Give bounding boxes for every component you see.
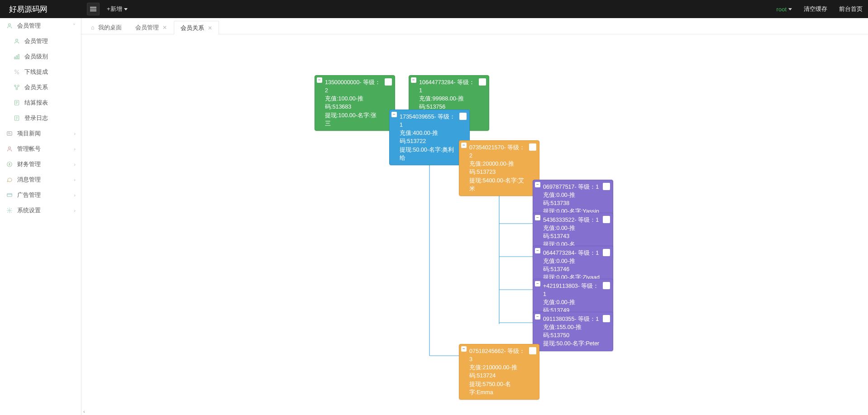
admin-icon (6, 146, 13, 152)
tab-0[interactable]: ⌂我的桌面 (84, 20, 129, 34)
add-new-button[interactable]: +新增 (107, 5, 128, 13)
collapse-icon[interactable]: − (317, 77, 322, 83)
tab-label: 会员管理 (135, 24, 159, 32)
node-checkbox[interactable] (479, 78, 486, 86)
user-name-label: root (777, 6, 787, 13)
ads-icon (6, 192, 13, 198)
collapse-icon[interactable]: − (535, 314, 540, 320)
node-line-0: 0911380355- 等级：1 (543, 315, 600, 323)
tab-label: 我的桌面 (98, 24, 122, 32)
sidebar-toggle-button[interactable] (87, 3, 100, 15)
sidebar-item-1[interactable]: 项目新闻› (0, 126, 81, 141)
collapse-icon[interactable]: − (535, 248, 540, 253)
tab-label: 会员关系 (181, 24, 204, 32)
tree-canvas: −13500000000- 等级：2充值:100.00-推码:513683提现:… (81, 34, 715, 396)
topbar: 好易源码网 +新增 root 清空缓存 前台首页 (0, 0, 868, 18)
sidebar: 会员管理˅会员管理会员级别下线提成会员关系结算报表登录日志项目新闻›管理帐号›财… (0, 18, 81, 415)
collapse-icon[interactable]: − (535, 215, 540, 220)
add-new-label: +新增 (107, 5, 122, 13)
sidebar-item-label: 登录日志 (24, 114, 48, 122)
sidebar-subitem-0-3[interactable]: 会员关系 (0, 80, 81, 95)
chevron-right-icon: › (74, 131, 76, 136)
chevron-right-icon: › (74, 162, 76, 167)
sidebar-item-label: 管理帐号 (17, 145, 41, 153)
sidebar-item-label: 结算报表 (24, 99, 48, 107)
node-line-0: 0644773284- 等级：1 (543, 249, 600, 257)
collapse-icon[interactable]: − (391, 112, 397, 117)
home-icon: ⌂ (91, 24, 95, 31)
svg-line-7 (15, 70, 19, 74)
clear-cache-button[interactable]: 清空缓存 (804, 5, 827, 13)
close-icon[interactable]: ✕ (208, 25, 212, 31)
tree-node[interactable]: −07354021570- 等级：2充值:20000.00-推码:513723提… (459, 140, 539, 196)
user-icon (14, 38, 20, 44)
svg-point-9 (18, 85, 19, 87)
node-line-1: 充值:20000.00-推码:513723 (469, 160, 526, 176)
node-line-1: 充值:99988.00-推码:513756 (419, 95, 476, 111)
sidebar-item-6[interactable]: 系统设置› (0, 203, 81, 218)
node-checkbox[interactable] (459, 113, 467, 120)
sidebar-item-label: 系统设置 (17, 206, 41, 215)
node-line-1: 充值:0.00-推码:513743 (543, 224, 600, 240)
node-checkbox[interactable] (603, 249, 610, 256)
node-checkbox[interactable] (529, 347, 536, 354)
sidebar-item-4[interactable]: 消息管理› (0, 172, 81, 187)
node-line-1: 充值:400.00-推码:513722 (400, 129, 457, 145)
sidebar-item-label: 会员管理 (17, 22, 41, 30)
caret-down-icon (788, 8, 792, 10)
chevron-right-icon: › (74, 192, 76, 198)
front-home-button[interactable]: 前台首页 (839, 5, 863, 13)
chevron-right-icon: › (74, 146, 76, 152)
tree-canvas-scroll[interactable]: −13500000000- 等级：2充值:100.00-推码:513683提现:… (81, 34, 868, 415)
sidebar-item-2[interactable]: 管理帐号› (0, 141, 81, 157)
sidebar-item-label: 广告管理 (17, 191, 41, 199)
sidebar-subitem-0-2[interactable]: 下线提成 (0, 64, 81, 80)
tree-node[interactable]: −17354039655- 等级：1充值:400.00-推码:513722提现:… (389, 110, 470, 165)
tree-node[interactable]: −0911380355- 等级：1充值:155.00-推码:513750提现:5… (533, 312, 613, 351)
gear-icon (6, 207, 13, 214)
user-icon (6, 23, 13, 29)
collapse-icon[interactable]: − (535, 182, 540, 187)
user-menu[interactable]: root (777, 6, 792, 13)
main-area: ⌂我的桌面会员管理✕会员关系✕ −13500000000- 等级：2充值:100… (81, 18, 868, 415)
sidebar-item-3[interactable]: 财务管理› (0, 157, 81, 172)
sidebar-item-0[interactable]: 会员管理˅ (0, 18, 81, 33)
node-line-1: 充值:100.00-推码:513683 (325, 95, 382, 111)
collapse-icon[interactable]: − (535, 281, 540, 286)
sidebar-subitem-0-4[interactable]: 结算报表 (0, 95, 81, 110)
node-line-0: 07518245662- 等级：3 (469, 347, 526, 363)
sidebar-subitem-0-5[interactable]: 登录日志 (0, 110, 81, 126)
node-line-2: 提现:50.00-名字:奥利给 (400, 146, 457, 162)
tab-2[interactable]: 会员关系✕ (174, 21, 219, 34)
tree-node[interactable]: −13500000000- 等级：2充值:100.00-推码:513683提现:… (315, 75, 395, 131)
svg-rect-4 (18, 54, 19, 59)
chevron-right-icon: › (74, 208, 76, 213)
node-checkbox[interactable] (603, 315, 610, 322)
collapse-icon[interactable]: − (461, 143, 467, 148)
node-line-0: +4219113803- 等级：1 (543, 282, 600, 298)
svg-point-5 (14, 70, 16, 72)
finance-icon (6, 161, 13, 167)
svg-point-0 (9, 24, 11, 26)
sidebar-item-5[interactable]: 广告管理› (0, 187, 81, 203)
node-line-0: 5436333522- 等级：1 (543, 216, 600, 224)
node-checkbox[interactable] (385, 78, 392, 86)
levels-icon (14, 53, 20, 60)
tree-connectors (81, 34, 715, 396)
sidebar-subitem-0-1[interactable]: 会员级别 (0, 49, 81, 64)
node-line-1: 充值:0.00-推码:513746 (543, 257, 600, 273)
chevron-right-icon: › (74, 177, 76, 182)
node-checkbox[interactable] (603, 282, 610, 289)
tree-node[interactable]: −07518245662- 等级：3充值:210000.00-推码:513724… (459, 344, 539, 400)
close-icon[interactable]: ✕ (162, 24, 167, 31)
node-checkbox[interactable] (603, 183, 610, 190)
percent-icon (14, 69, 20, 75)
collapse-icon[interactable]: − (461, 346, 467, 352)
chevron-down-icon: ˅ (73, 23, 76, 29)
log-icon (14, 115, 20, 121)
tab-1[interactable]: 会员管理✕ (129, 20, 174, 34)
node-checkbox[interactable] (529, 143, 536, 151)
sidebar-subitem-0-0[interactable]: 会员管理 (0, 33, 81, 49)
collapse-icon[interactable]: − (411, 77, 416, 83)
node-checkbox[interactable] (603, 216, 610, 223)
